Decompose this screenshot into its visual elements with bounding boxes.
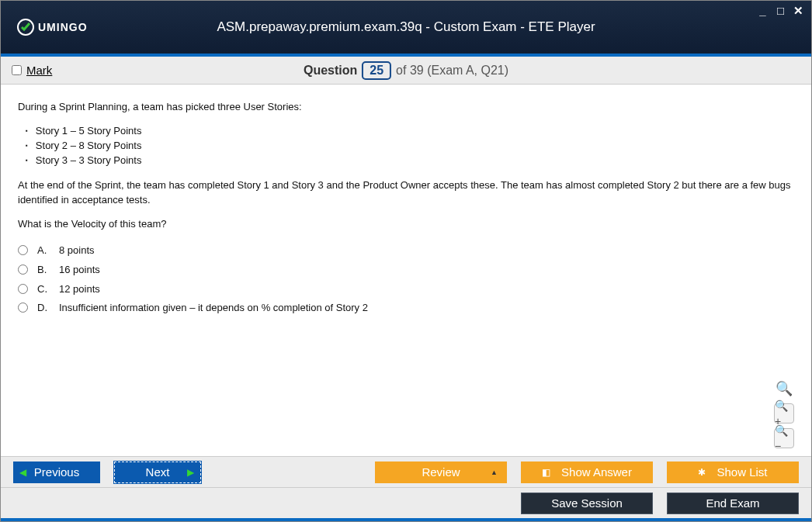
radio-b[interactable] [18, 264, 28, 275]
list-item: Story 2 – 8 Story Points [26, 139, 794, 154]
chevron-right-icon: ▶ [187, 467, 194, 478]
zoom-controls: 🔍 🔍+ 🔍− [774, 379, 794, 448]
show-list-button[interactable]: ✱ Show List [667, 462, 799, 483]
divider [1, 518, 811, 521]
titlebar: UMINGO ASM.prepaway.premium.exam.39q - C… [1, 1, 811, 54]
save-session-button[interactable]: Save Session [521, 493, 653, 514]
show-answer-button[interactable]: ◧ Show Answer [521, 462, 653, 483]
previous-button[interactable]: ◀ Previous [13, 462, 100, 483]
story-list: Story 1 – 5 Story Points Story 2 – 8 Sto… [26, 124, 794, 168]
logo-text: UMINGO [38, 21, 88, 33]
radio-c[interactable] [18, 284, 28, 294]
nav-row: ◀ Previous Next ▶ Review ▲ ◧ Show Answer… [1, 456, 811, 487]
option-text: 16 points [59, 263, 100, 278]
previous-label: Previous [34, 465, 79, 479]
option-text: 8 points [59, 244, 95, 258]
app-window: UMINGO ASM.prepaway.premium.exam.39q - C… [0, 0, 812, 522]
question-ask: What is the Velocity of this team? [18, 217, 794, 232]
logo: UMINGO [16, 18, 88, 36]
question-word: Question [304, 64, 357, 78]
radio-d[interactable] [18, 302, 28, 313]
chevron-left-icon: ◀ [19, 467, 26, 478]
puzzle-icon: ◧ [542, 467, 550, 478]
option-b[interactable]: B. 16 points [18, 261, 794, 280]
list-item: Story 1 – 5 Story Points [26, 124, 794, 139]
window-controls: _ □ ✕ [756, 4, 805, 18]
window-title: ASM.prepaway.premium.exam.39q - Custom E… [217, 19, 595, 35]
next-button[interactable]: Next ▶ [114, 462, 201, 483]
question-total: of 39 (Exam A, Q21) [396, 64, 508, 78]
show-list-label: Show List [717, 465, 767, 479]
question-number: 25 [362, 61, 391, 80]
zoom-out-button[interactable]: 🔍− [774, 428, 794, 448]
answer-options: A. 8 points B. 16 points C. 12 points D.… [18, 241, 794, 318]
triangle-up-icon: ▲ [491, 468, 498, 476]
option-letter: B. [37, 263, 50, 278]
review-button[interactable]: Review ▲ [375, 462, 507, 483]
option-text: Insufficient information given – it depe… [59, 301, 368, 316]
option-letter: D. [37, 301, 50, 316]
minimize-icon[interactable]: _ [756, 4, 769, 18]
list-icon: ✱ [698, 467, 706, 478]
mark-checkbox[interactable] [12, 65, 22, 75]
mark-label[interactable]: Mark [26, 64, 52, 77]
option-letter: A. [37, 244, 50, 258]
option-c[interactable]: C. 12 points [18, 280, 794, 299]
question-meta: Question 25 of 39 (Exam A, Q21) [304, 61, 508, 80]
checkmark-icon [16, 18, 35, 36]
search-icon[interactable]: 🔍 [774, 379, 794, 399]
question-body: At the end of the Sprint, the team has c… [18, 178, 794, 208]
question-content: During a Sprint Planning, a team has pic… [1, 85, 811, 456]
option-letter: C. [37, 282, 50, 297]
option-d[interactable]: D. Insufficient information given – it d… [18, 299, 794, 318]
maximize-icon[interactable]: □ [774, 4, 787, 18]
question-toolbar: Mark Question 25 of 39 (Exam A, Q21) [1, 57, 811, 85]
list-item: Story 3 – 3 Story Points [26, 154, 794, 168]
end-exam-button[interactable]: End Exam [667, 493, 799, 514]
radio-a[interactable] [18, 245, 28, 255]
option-text: 12 points [59, 282, 100, 297]
mark-checkbox-wrap[interactable]: Mark [12, 64, 52, 77]
option-a[interactable]: A. 8 points [18, 241, 794, 261]
next-label: Next [146, 465, 170, 479]
zoom-in-button[interactable]: 🔍+ [774, 403, 794, 423]
show-answer-label: Show Answer [561, 465, 632, 479]
end-row: Save Session End Exam [1, 487, 811, 518]
question-intro: During a Sprint Planning, a team has pic… [18, 100, 794, 115]
review-label: Review [422, 465, 460, 479]
close-icon[interactable]: ✕ [792, 4, 805, 18]
